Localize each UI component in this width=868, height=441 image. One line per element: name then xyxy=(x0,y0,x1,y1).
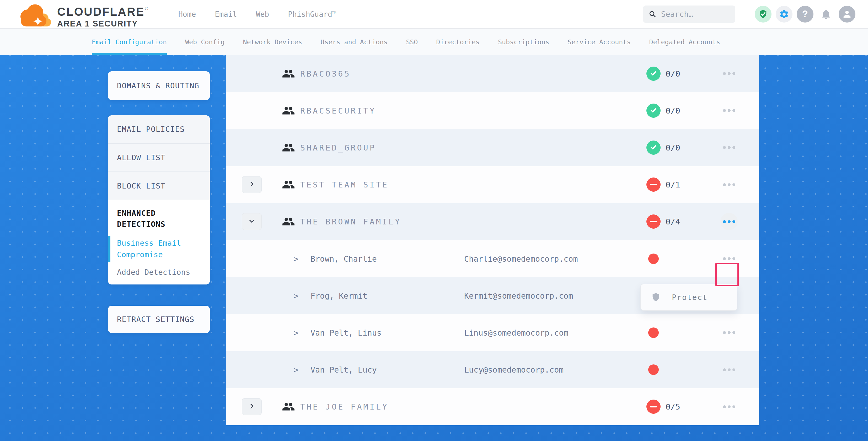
table-row: THE BROWN FAMILY0/4 xyxy=(226,203,759,240)
sidebar-policies-card: EMAIL POLICIES ALLOW LIST BLOCK LIST ENH… xyxy=(108,115,210,284)
member-chevron-icon: > xyxy=(294,254,299,263)
groups-table: RBACO3650/0RBACSECURITY0/0SHARED_GROUP0/… xyxy=(226,55,759,425)
search-input[interactable] xyxy=(661,10,730,19)
group-icon xyxy=(282,215,295,228)
overflow-menu-button[interactable] xyxy=(720,102,738,119)
table-row: RBACSECURITY0/0 xyxy=(226,92,759,129)
dots-icon xyxy=(733,183,735,186)
sidebar-item-label: BLOCK LIST xyxy=(117,182,165,190)
account-button[interactable] xyxy=(839,6,856,23)
tab-service-accounts[interactable]: Service Accounts xyxy=(568,29,631,55)
tab-sso[interactable]: SSO xyxy=(406,29,418,55)
member-email: Lucy@somedemocorp.com xyxy=(464,365,563,374)
tab-users-and-actions[interactable]: Users and Actions xyxy=(320,29,388,55)
chevron-right-icon xyxy=(248,180,256,189)
notifications-button[interactable] xyxy=(818,6,834,23)
nav-item-home[interactable]: Home xyxy=(178,10,196,19)
tab-web-config[interactable]: Web Config xyxy=(185,29,225,55)
protected-count: 0/0 xyxy=(665,106,680,115)
protected-count: 0/0 xyxy=(665,69,680,78)
tab-email-configuration[interactable]: Email Configuration xyxy=(92,29,167,55)
question-mark-icon: ? xyxy=(802,9,808,20)
status-badge-ok xyxy=(646,103,660,118)
tab-delegated-accounts[interactable]: Delegated Accounts xyxy=(649,29,720,55)
status-badge-blocked xyxy=(646,215,660,229)
help-button[interactable]: ? xyxy=(797,6,813,23)
overflow-menu-button[interactable] xyxy=(720,361,738,378)
chevron-down-icon xyxy=(248,217,256,226)
cloudflare-cloud-icon xyxy=(14,2,55,28)
logo-text: CLOUDFLARE ® AREA 1 SECURITY xyxy=(57,6,148,28)
sidebar-item-allow-list[interactable]: ALLOW LIST xyxy=(108,144,210,172)
config-tabbar: Email ConfigurationWeb ConfigNetwork Dev… xyxy=(0,29,868,55)
dots-icon xyxy=(723,331,726,334)
expand-group-button[interactable] xyxy=(242,176,262,193)
search-box[interactable] xyxy=(643,5,735,23)
status-badge-blocked xyxy=(646,178,660,192)
dots-icon xyxy=(723,220,726,223)
nav-item-email[interactable]: Email xyxy=(215,10,237,19)
member-status-dot xyxy=(648,365,659,375)
nav-item-phishguard[interactable]: PhishGuard™ xyxy=(288,10,336,19)
sidebar-item-added-detections[interactable]: Added Detections xyxy=(117,268,201,277)
dots-icon xyxy=(728,146,731,149)
sidebar-item-email-policies[interactable]: EMAIL POLICIES xyxy=(108,115,210,144)
member-name: Van Pelt, Linus xyxy=(310,328,381,337)
group-icon xyxy=(282,400,295,413)
dots-icon xyxy=(728,405,731,408)
cloudflare-logo: CLOUDFLARE ® AREA 1 SECURITY xyxy=(14,1,148,28)
member-name: Frog, Kermit xyxy=(310,291,367,300)
expand-group-button[interactable] xyxy=(242,398,262,415)
member-email: Kermit@somedemocorp.com xyxy=(464,291,573,300)
member-name: Van Pelt, Lucy xyxy=(310,365,377,374)
tab-subscriptions[interactable]: Subscriptions xyxy=(498,29,549,55)
protected-count: 0/1 xyxy=(665,180,680,189)
sidebar-item-retract-settings[interactable]: RETRACT SETTINGS xyxy=(108,306,210,333)
dots-icon xyxy=(728,109,731,112)
group-icon xyxy=(282,104,295,117)
sidebar-item-label: RETRACT SETTINGS xyxy=(117,315,194,324)
dots-icon xyxy=(723,72,726,75)
tab-network-devices[interactable]: Network Devices xyxy=(243,29,302,55)
table-row: TEST TEAM SITE0/1 xyxy=(226,166,759,203)
sidebar-item-enhanced-detections[interactable]: ENHANCED DETECTIONS xyxy=(117,208,201,230)
dots-icon xyxy=(733,405,735,408)
tab-directories[interactable]: Directories xyxy=(436,29,479,55)
member-status-dot xyxy=(648,254,659,264)
member-chevron-icon: > xyxy=(294,365,299,374)
security-shield-button[interactable] xyxy=(755,6,772,23)
overflow-menu-button[interactable] xyxy=(720,139,738,156)
minus-icon xyxy=(650,184,657,185)
table-row: SHARED_GROUP0/0 xyxy=(226,129,759,166)
overflow-menu-button[interactable] xyxy=(720,213,738,230)
dots-icon xyxy=(728,368,731,371)
group-icon xyxy=(282,67,295,80)
sidebar-item-business-email-compromise[interactable]: Business Email Compromise xyxy=(108,236,210,262)
dots-icon xyxy=(723,257,726,260)
member-email: Linus@somedemocorp.com xyxy=(464,328,568,337)
table-row: >Van Pelt, LucyLucy@somedemocorp.com xyxy=(226,351,759,388)
dots-icon xyxy=(733,72,735,75)
collapse-group-button[interactable] xyxy=(242,213,262,230)
overflow-menu-button[interactable] xyxy=(720,250,738,267)
status-badge-ok xyxy=(646,140,660,155)
overflow-menu-button[interactable] xyxy=(720,324,738,341)
sidebar-item-label: DOMAINS & ROUTING xyxy=(117,81,199,90)
dots-icon xyxy=(733,146,735,149)
table-row: >Van Pelt, LinusLinus@somedemocorp.com xyxy=(226,314,759,351)
protected-count: 0/5 xyxy=(665,402,680,411)
status-badge-ok xyxy=(646,67,660,81)
bell-icon xyxy=(820,8,832,20)
nav-item-web[interactable]: Web xyxy=(256,10,269,19)
settings-button[interactable] xyxy=(776,6,793,23)
overflow-menu-button[interactable] xyxy=(720,398,738,415)
dots-icon xyxy=(728,72,731,75)
status-badge-blocked xyxy=(646,400,660,414)
protect-menu-item[interactable]: Protect xyxy=(672,293,708,302)
dots-icon xyxy=(733,331,735,334)
sidebar-item-domains-routing[interactable]: DOMAINS & ROUTING xyxy=(108,71,210,100)
sidebar-item-block-list[interactable]: BLOCK LIST xyxy=(108,172,210,200)
primary-nav: HomeEmailWebPhishGuard™ xyxy=(178,10,337,19)
overflow-menu-button[interactable] xyxy=(720,65,738,82)
overflow-menu-button[interactable] xyxy=(720,176,738,193)
